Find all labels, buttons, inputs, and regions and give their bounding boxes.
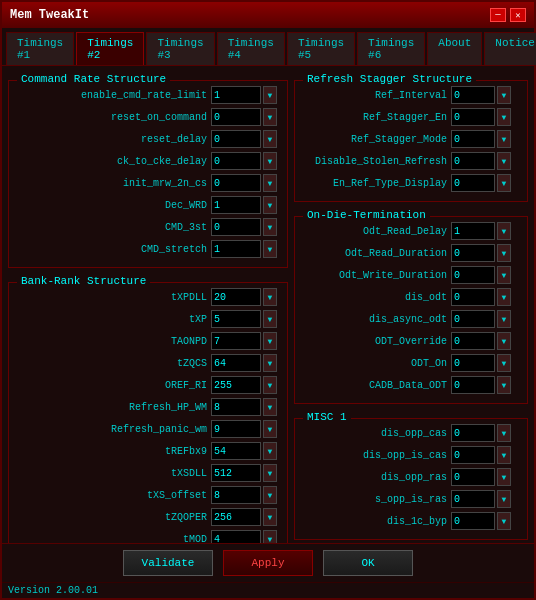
field-input-ck-to-cke-delay[interactable] [211, 152, 261, 170]
dropdown-arrow-icon[interactable]: ▼ [497, 424, 511, 442]
field-input-dec-wrd[interactable] [211, 196, 261, 214]
dropdown-arrow-icon[interactable]: ▼ [497, 446, 511, 464]
dropdown-arrow-icon[interactable]: ▼ [497, 108, 511, 126]
dropdown-arrow-icon[interactable]: ▼ [263, 218, 277, 236]
field-input-dis-odt[interactable] [451, 288, 495, 306]
field-input-dis-async-odt[interactable] [451, 310, 495, 328]
field-input-enable-cmd-rate-limit[interactable] [211, 86, 261, 104]
field-input-refresh-hp-wm[interactable] [211, 398, 261, 416]
field-input-ref-stagger-en[interactable] [451, 108, 495, 126]
field-input-txs-offset[interactable] [211, 486, 261, 504]
tab-about[interactable]: About [427, 32, 482, 65]
field-control: ▼ [211, 420, 281, 438]
dropdown-arrow-icon[interactable]: ▼ [497, 354, 511, 372]
dropdown-arrow-icon[interactable]: ▼ [497, 468, 511, 486]
field-input-odt-override[interactable] [451, 332, 495, 350]
field-input-txsdll[interactable] [211, 464, 261, 482]
field-label-tzqcs: tZQCS [15, 358, 211, 369]
tab-timings6[interactable]: Timings #6 [357, 32, 425, 65]
dropdown-arrow-icon[interactable]: ▼ [497, 174, 511, 192]
dropdown-arrow-icon[interactable]: ▼ [263, 196, 277, 214]
field-input-disable-stolen-refresh[interactable] [451, 152, 495, 170]
field-control: ▼ [451, 174, 521, 192]
apply-button[interactable]: Apply [223, 550, 313, 576]
field-input-tzqcs[interactable] [211, 354, 261, 372]
field-input-cmd-stretch[interactable] [211, 240, 261, 258]
tab-timings3[interactable]: Timings #3 [146, 32, 214, 65]
field-input-tzqoper[interactable] [211, 508, 261, 526]
dropdown-arrow-icon[interactable]: ▼ [263, 398, 277, 416]
field-input-en-ref-type-display[interactable] [451, 174, 495, 192]
dropdown-arrow-icon[interactable]: ▼ [497, 310, 511, 328]
field-input-trefbx9[interactable] [211, 442, 261, 460]
dropdown-arrow-icon[interactable]: ▼ [263, 442, 277, 460]
field-input-cmd-3st[interactable] [211, 218, 261, 236]
field-input-txpdll[interactable] [211, 288, 261, 306]
dropdown-arrow-icon[interactable]: ▼ [263, 530, 277, 543]
field-input-s-opp-is-ras[interactable] [451, 490, 495, 508]
command-rate-group: Command Rate Structure enable_cmd_rate_l… [8, 80, 288, 268]
field-input-odt-read-delay[interactable] [451, 222, 495, 240]
dropdown-arrow-icon[interactable]: ▼ [497, 288, 511, 306]
field-input-odt-write-duration[interactable] [451, 266, 495, 284]
dropdown-arrow-icon[interactable]: ▼ [497, 376, 511, 394]
dropdown-arrow-icon[interactable]: ▼ [263, 108, 277, 126]
field-input-reset-on-command[interactable] [211, 108, 261, 126]
field-input-dis-opp-ras[interactable] [451, 468, 495, 486]
dropdown-arrow-icon[interactable]: ▼ [497, 222, 511, 240]
minimize-button[interactable]: ─ [490, 8, 506, 22]
field-input-dis-1c-byp[interactable] [451, 512, 495, 530]
dropdown-arrow-icon[interactable]: ▼ [263, 86, 277, 104]
field-input-ref-interval[interactable] [451, 86, 495, 104]
validate-button[interactable]: Validate [123, 550, 213, 576]
dropdown-arrow-icon[interactable]: ▼ [497, 266, 511, 284]
dropdown-arrow-icon[interactable]: ▼ [263, 130, 277, 148]
field-input-ref-stagger-mode[interactable] [451, 130, 495, 148]
field-input-oref-ri[interactable] [211, 376, 261, 394]
dropdown-arrow-icon[interactable]: ▼ [263, 376, 277, 394]
field-label-dis-opp-ras: dis_opp_ras [301, 472, 451, 483]
tab-timings2[interactable]: Timings #2 [76, 32, 144, 65]
field-input-dis-opp-cas[interactable] [451, 424, 495, 442]
field-input-refresh-panic-wm[interactable] [211, 420, 261, 438]
dropdown-arrow-icon[interactable]: ▼ [263, 310, 277, 328]
field-input-init-mrw-2n-cs[interactable] [211, 174, 261, 192]
field-label-dis-opp-is-cas: dis_opp_is_cas [301, 450, 451, 461]
dropdown-arrow-icon[interactable]: ▼ [263, 354, 277, 372]
dropdown-arrow-icon[interactable]: ▼ [263, 174, 277, 192]
field-input-txp[interactable] [211, 310, 261, 328]
dropdown-arrow-icon[interactable]: ▼ [263, 152, 277, 170]
dropdown-arrow-icon[interactable]: ▼ [263, 486, 277, 504]
dropdown-arrow-icon[interactable]: ▼ [497, 332, 511, 350]
field-input-tmod[interactable] [211, 530, 261, 543]
field-control: ▼ [451, 468, 521, 486]
dropdown-arrow-icon[interactable]: ▼ [263, 332, 277, 350]
dropdown-arrow-icon[interactable]: ▼ [263, 508, 277, 526]
dropdown-arrow-icon[interactable]: ▼ [497, 130, 511, 148]
window-controls: ─ ✕ [490, 8, 526, 22]
dropdown-arrow-icon[interactable]: ▼ [497, 86, 511, 104]
tab-timings5[interactable]: Timings #5 [287, 32, 355, 65]
dropdown-arrow-icon[interactable]: ▼ [263, 288, 277, 306]
tab-notice[interactable]: Notice [484, 32, 536, 65]
tab-timings4[interactable]: Timings #4 [217, 32, 285, 65]
field-input-dis-opp-is-cas[interactable] [451, 446, 495, 464]
field-input-odt-on[interactable] [451, 354, 495, 372]
table-row: dis_odt▼ [301, 287, 521, 307]
ok-button[interactable]: OK [323, 550, 413, 576]
close-button[interactable]: ✕ [510, 8, 526, 22]
dropdown-arrow-icon[interactable]: ▼ [263, 240, 277, 258]
field-label-odt-read-duration: Odt_Read_Duration [301, 248, 451, 259]
dropdown-arrow-icon[interactable]: ▼ [497, 244, 511, 262]
tab-timings1[interactable]: Timings #1 [6, 32, 74, 65]
dropdown-arrow-icon[interactable]: ▼ [497, 152, 511, 170]
field-input-taonpd[interactable] [211, 332, 261, 350]
dropdown-arrow-icon[interactable]: ▼ [497, 512, 511, 530]
field-input-cadb-data-odt[interactable] [451, 376, 495, 394]
field-input-odt-read-duration[interactable] [451, 244, 495, 262]
dropdown-arrow-icon[interactable]: ▼ [263, 420, 277, 438]
dropdown-arrow-icon[interactable]: ▼ [497, 490, 511, 508]
field-input-reset-delay[interactable] [211, 130, 261, 148]
field-control: ▼ [451, 332, 521, 350]
dropdown-arrow-icon[interactable]: ▼ [263, 464, 277, 482]
